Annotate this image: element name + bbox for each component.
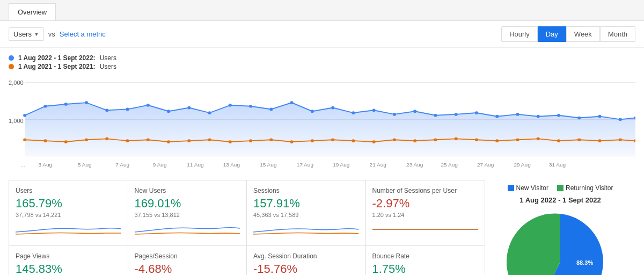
- svg-point-16: [249, 105, 252, 108]
- svg-point-6: [43, 105, 47, 108]
- legend-item-current: 1 Aug 2022 - 1 Sept 2022: Users: [9, 54, 635, 62]
- metric-label-users: Users: [16, 187, 121, 194]
- metric-value-sessions: 157.91%: [253, 197, 359, 211]
- chart-container: 2,000 1,000: [9, 75, 635, 171]
- metric-value-pages-session: -4.68%: [135, 262, 240, 275]
- svg-point-33: [598, 115, 602, 118]
- svg-point-17: [269, 108, 273, 111]
- svg-point-9: [105, 108, 108, 112]
- svg-point-46: [229, 140, 232, 143]
- svg-text:21 Aug: 21 Aug: [370, 162, 386, 168]
- svg-point-14: [208, 111, 211, 114]
- metric-value-new-users: 169.01%: [135, 197, 240, 211]
- metric-label-sessions-per-user: Number of Sessions per User: [372, 187, 479, 194]
- svg-point-48: [269, 138, 273, 141]
- metric-card-new-users: New Users 169.01% 37,155 vs 13,812: [128, 180, 247, 246]
- svg-point-30: [537, 115, 540, 118]
- metric-value-avg-session: -15.76%: [253, 262, 359, 275]
- svg-point-21: [352, 111, 355, 114]
- svg-point-41: [126, 139, 129, 142]
- svg-text:1,000: 1,000: [9, 118, 24, 124]
- svg-point-19: [311, 110, 314, 113]
- svg-text:11 Aug: 11 Aug: [187, 162, 203, 168]
- svg-text:15 Aug: 15 Aug: [260, 162, 276, 168]
- metric-value-page-views: 145.83%: [16, 262, 121, 275]
- svg-point-38: [64, 140, 68, 143]
- svg-point-53: [372, 140, 376, 143]
- svg-point-5: [23, 114, 26, 117]
- metric-label: Users: [13, 30, 32, 38]
- tab-overview[interactable]: Overview: [9, 3, 56, 20]
- select-metric-link[interactable]: Select a metric: [60, 30, 106, 38]
- pie-legend: New Visitor Returning Visitor: [508, 184, 613, 192]
- metric-card-bounce-rate: Bounce Rate 1.75% 90.42% vs 88.86%: [366, 246, 485, 275]
- legend-item-previous: 1 Aug 2021 - 1 Sept 2021: Users: [9, 63, 635, 70]
- svg-text:29 Aug: 29 Aug: [514, 162, 530, 168]
- metric-sub-new-users: 37,155 vs 13,812: [135, 212, 240, 218]
- svg-text:23 Aug: 23 Aug: [406, 162, 423, 168]
- svg-point-26: [455, 113, 458, 116]
- metric-label-avg-session: Avg. Session Duration: [253, 252, 359, 260]
- time-btn-month[interactable]: Month: [600, 26, 635, 42]
- metric-label-bounce-rate: Bounce Rate: [372, 252, 479, 260]
- metrics-grid-container: Users 165.79% 37,798 vs 14,221 New Users…: [9, 180, 485, 275]
- svg-point-52: [352, 139, 355, 142]
- pie-title: 1 Aug 2022 - 1 Sept 2022: [519, 196, 601, 204]
- svg-point-43: [167, 140, 170, 143]
- svg-point-8: [85, 101, 88, 104]
- svg-point-31: [557, 114, 560, 117]
- legend-dot-blue: [9, 55, 14, 61]
- metric-card-avg-session: Avg. Session Duration -15.76% 00:00:39 v…: [247, 246, 366, 275]
- metric-dropdown[interactable]: Users ▼: [9, 27, 44, 41]
- metrics-grid: Users 165.79% 37,798 vs 14,221 New Users…: [9, 180, 485, 275]
- vs-text: vs: [48, 30, 55, 38]
- pie-dot-new: [508, 185, 514, 191]
- svg-point-36: [23, 138, 26, 141]
- chevron-down-icon: ▼: [34, 31, 39, 37]
- legend-dot-orange: [9, 64, 14, 69]
- controls-left: Users ▼ vs Select a metric: [9, 27, 106, 41]
- svg-point-34: [619, 118, 622, 121]
- svg-point-18: [290, 101, 294, 104]
- metric-label-sessions: Sessions: [253, 187, 359, 194]
- metric-sub-users: 37,798 vs 14,221: [16, 212, 121, 218]
- metric-sub-sessions-per-user: 1.20 vs 1.24: [372, 212, 479, 218]
- time-btn-hourly[interactable]: Hourly: [501, 26, 538, 42]
- time-btn-day[interactable]: Day: [538, 26, 566, 42]
- svg-point-27: [475, 111, 478, 114]
- legend-date-1: 1 Aug 2022 - 1 Sept 2022:: [18, 54, 96, 62]
- svg-point-29: [516, 113, 519, 116]
- legend-label-2: Users: [100, 63, 116, 70]
- metric-card-sessions-per-user: Number of Sessions per User -2.97% 1.20 …: [366, 180, 485, 246]
- svg-point-40: [105, 138, 108, 141]
- svg-point-10: [126, 108, 129, 111]
- controls-bar: Users ▼ vs Select a metric Hourly Day We…: [0, 21, 644, 48]
- svg-point-23: [393, 113, 396, 116]
- svg-point-56: [434, 138, 437, 141]
- svg-point-45: [208, 138, 211, 141]
- time-btn-week[interactable]: Week: [566, 26, 600, 42]
- svg-point-12: [167, 110, 170, 113]
- metric-label-new-users: New Users: [135, 187, 240, 194]
- pie-legend-label-new: New Visitor: [516, 184, 548, 192]
- svg-point-37: [43, 139, 47, 142]
- svg-point-15: [229, 104, 232, 107]
- line-chart: 2,000 1,000: [9, 75, 635, 171]
- metric-value-bounce-rate: 1.75%: [372, 262, 479, 275]
- svg-point-62: [557, 139, 560, 142]
- svg-text:19 Aug: 19 Aug: [333, 162, 349, 168]
- svg-text:2,000: 2,000: [9, 79, 24, 86]
- pie-section: New Visitor Returning Visitor 1 Aug 2022…: [485, 180, 635, 275]
- metric-label-pages-session: Pages/Session: [135, 252, 240, 260]
- svg-point-24: [413, 110, 416, 113]
- svg-text:...: ...: [20, 162, 25, 168]
- metric-card-users: Users 165.79% 37,798 vs 14,221: [9, 180, 128, 246]
- svg-point-42: [147, 138, 150, 141]
- tab-bar: Overview: [0, 0, 644, 21]
- pie-chart: 88.3% 11.7%: [507, 208, 614, 275]
- pie-legend-label-returning: Returning Visitor: [566, 184, 613, 192]
- svg-text:17 Aug: 17 Aug: [297, 162, 313, 168]
- metrics-section: Users 165.79% 37,798 vs 14,221 New Users…: [0, 171, 644, 275]
- svg-text:5 Aug: 5 Aug: [78, 162, 92, 168]
- svg-text:27 Aug: 27 Aug: [477, 162, 494, 168]
